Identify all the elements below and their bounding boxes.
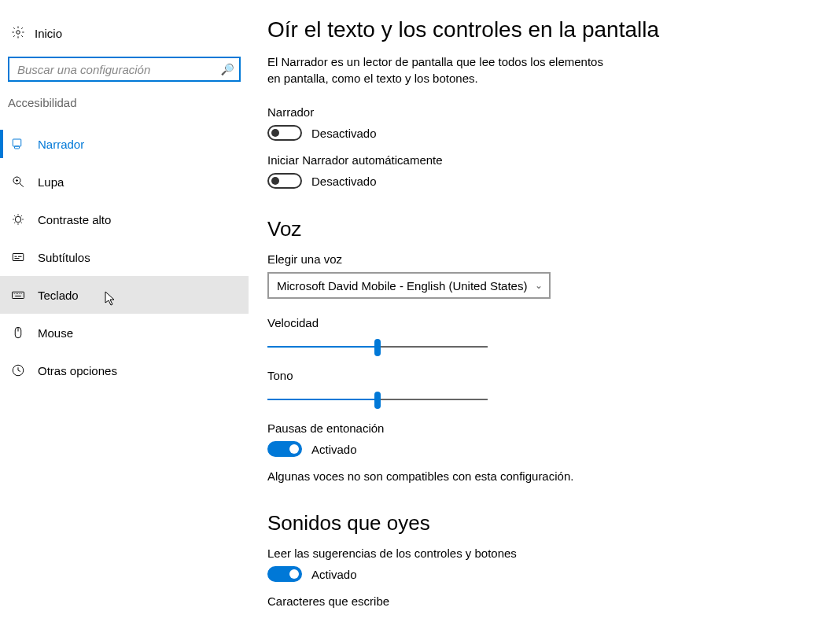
voice-note: Algunas voces no son compatibles con est… [267, 469, 816, 483]
speed-slider[interactable] [267, 336, 488, 358]
sidebar-item-lupa[interactable]: Lupa [0, 163, 249, 201]
voice-heading: Voz [267, 217, 816, 241]
sidebar-item-subtitulos[interactable]: Subtítulos [0, 238, 249, 276]
tone-label: Tono [267, 369, 816, 382]
contrast-icon [11, 212, 38, 226]
svg-line-4 [20, 183, 24, 187]
narrator-toggle-state: Desactivado [311, 127, 377, 140]
svg-point-0 [17, 30, 20, 34]
auto-start-label: Iniciar Narrador automáticamente [267, 153, 816, 167]
sidebar-item-contraste[interactable]: Contraste alto [0, 201, 249, 238]
sidebar-item-otras[interactable]: Otras opciones [0, 351, 249, 389]
sidebar-item-label: Teclado [38, 289, 79, 302]
sidebar-item-label: Narrador [38, 138, 84, 151]
characters-label: Caracteres que escribe [267, 594, 816, 608]
sidebar-item-teclado[interactable]: Teclado [0, 276, 249, 314]
svg-rect-1 [13, 139, 21, 146]
svg-point-7 [15, 216, 21, 223]
settings-gear-icon [11, 25, 35, 42]
sidebar-item-label: Subtítulos [38, 251, 90, 264]
mouse-icon [11, 326, 38, 340]
search-icon: 🔍 [221, 63, 234, 75]
magnifier-icon [11, 175, 38, 189]
voice-select[interactable]: Microsoft David Mobile - English (United… [267, 272, 551, 299]
voice-selected-value: Microsoft David Mobile - English (United… [277, 279, 527, 293]
narrator-toggle[interactable] [267, 125, 302, 141]
main-content: Oír el texto y los controles en la panta… [249, 0, 840, 644]
narrator-toggle-label: Narrador [267, 105, 816, 119]
intro-text: El Narrador es un lector de pantalla que… [267, 53, 613, 86]
search-input[interactable] [16, 62, 221, 77]
speed-label: Velocidad [267, 316, 816, 329]
sidebar-item-label: Contraste alto [38, 213, 111, 226]
section-title: Accesibilidad [0, 96, 249, 120]
sidebar-item-label: Mouse [38, 326, 73, 340]
auto-start-state: Desactivado [311, 175, 377, 188]
sounds-heading: Sonidos que oyes [267, 511, 816, 535]
keyboard-icon [11, 288, 38, 302]
narrator-icon [11, 137, 38, 151]
other-icon [11, 363, 38, 377]
sidebar: Inicio 🔍 Accesibilidad NarradorLupaContr… [0, 0, 249, 644]
pauses-label: Pausas de entonación [267, 421, 816, 435]
sidebar-item-label: Otras opciones [38, 364, 117, 377]
page-title: Oír el texto y los controles en la panta… [267, 17, 816, 42]
home-label: Inicio [35, 27, 62, 40]
pauses-state: Activado [311, 443, 357, 456]
svg-rect-8 [13, 254, 24, 261]
sidebar-item-label: Lupa [38, 175, 64, 189]
sidebar-item-mouse[interactable]: Mouse [0, 314, 249, 351]
pauses-toggle[interactable] [267, 441, 302, 457]
choose-voice-label: Elegir una voz [267, 252, 816, 266]
nav-list: NarradorLupaContraste altoSubtítulosTecl… [0, 125, 249, 389]
chevron-down-icon: ⌄ [535, 280, 543, 291]
read-hints-state: Activado [311, 568, 357, 581]
sidebar-item-narrador[interactable]: Narrador [0, 125, 249, 163]
tone-slider[interactable] [267, 388, 488, 410]
home-button[interactable]: Inicio [0, 17, 249, 49]
read-hints-label: Leer las sugerencias de los controles y … [267, 546, 816, 560]
search-box[interactable]: 🔍 [8, 57, 241, 82]
svg-rect-2 [15, 146, 20, 149]
auto-start-toggle[interactable] [267, 173, 302, 189]
svg-rect-12 [13, 292, 24, 298]
captions-icon [11, 250, 38, 264]
read-hints-toggle[interactable] [267, 566, 302, 582]
